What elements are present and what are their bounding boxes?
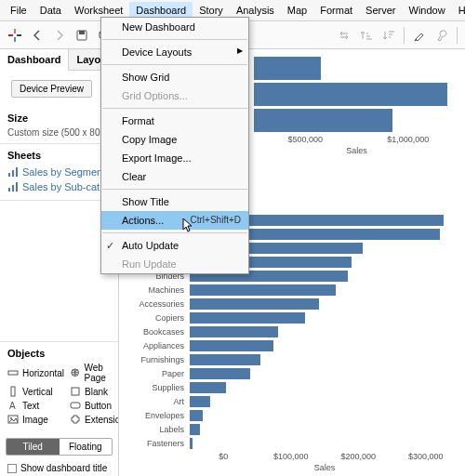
show-title-checkbox-row[interactable]: Show dashboard title (0, 459, 118, 476)
category-label: Paper (119, 369, 190, 378)
object-extension[interactable]: Extension (70, 414, 119, 425)
menu-item-new-dashboard[interactable]: New Dashboard (101, 18, 248, 36)
bar (190, 312, 305, 324)
svg-rect-5 (79, 31, 85, 34)
sort-asc-icon[interactable] (359, 28, 374, 43)
object-image[interactable]: Image (7, 414, 64, 425)
menu-server[interactable]: Server (359, 2, 402, 19)
image-icon (7, 414, 19, 425)
menu-window[interactable]: Window (403, 2, 452, 19)
vertical-icon (7, 386, 19, 397)
bar (190, 396, 210, 407)
category-label: Art (119, 397, 190, 406)
category-label: Bookcases (119, 327, 190, 337)
menu-file[interactable]: File (4, 2, 33, 19)
object-webpage[interactable]: Web Page (70, 363, 119, 383)
size-value[interactable]: Custom size (500 x 800) (7, 127, 111, 138)
tiled-floating-toggle[interactable]: Tiled Floating (6, 438, 113, 456)
sheets-heading: Sheets (7, 150, 111, 161)
object-label: Image (22, 415, 48, 425)
menu-help[interactable]: Help (452, 2, 465, 19)
checkbox-icon[interactable] (7, 464, 17, 473)
bar-row[interactable]: Accessories (119, 297, 459, 311)
object-vertical[interactable]: Vertical (7, 386, 64, 397)
object-button[interactable]: Button (70, 400, 119, 411)
check-icon: ✓ (106, 240, 114, 252)
svg-rect-3 (17, 34, 21, 36)
category-label: Fasteners (119, 439, 190, 448)
object-label: Web Page (85, 363, 120, 383)
category-label: Furnishings (119, 355, 190, 364)
bar (190, 438, 193, 449)
object-label: Blank (85, 387, 108, 397)
sheet-label: Sales by Sub-cat. (22, 181, 102, 192)
sheet-item[interactable]: Sales by Sub-cat. (7, 179, 111, 194)
axis-tick: $300,000 (392, 452, 460, 461)
menu-item-device-layouts[interactable]: Device Layouts▶ (101, 43, 248, 61)
bar-row[interactable]: Fasteners (119, 436, 459, 450)
axis-tick: $500,000 (254, 135, 357, 144)
category-label: Copiers (119, 313, 190, 323)
bar (190, 298, 319, 310)
bar-row[interactable]: Bookcases (119, 324, 459, 338)
menu-format[interactable]: Format (313, 2, 359, 19)
bar (190, 410, 203, 421)
back-icon[interactable] (30, 28, 45, 43)
menu-item-show-grid[interactable]: Show Grid (101, 68, 248, 86)
object-text[interactable]: AText (7, 400, 64, 411)
svg-rect-12 (16, 182, 18, 192)
menu-item-clear[interactable]: Clear (101, 167, 248, 186)
toolbar-separator (457, 27, 458, 44)
svg-rect-13 (8, 371, 18, 375)
bar-row[interactable]: Machines (119, 283, 459, 297)
object-blank[interactable]: Blank (70, 386, 119, 397)
svg-rect-7 (8, 173, 10, 177)
bar-row[interactable]: Labels (119, 422, 459, 436)
bar (254, 109, 392, 132)
show-title-label: Show dashboard title (20, 463, 107, 473)
bar-row[interactable]: Art (119, 394, 459, 408)
svg-rect-16 (72, 388, 79, 395)
sheet-item[interactable]: Sales by Segment (7, 165, 111, 179)
bar-row[interactable]: Furnishings (119, 352, 459, 366)
menu-item-auto-update[interactable]: Auto Update✓ (101, 236, 248, 255)
bar-row[interactable]: Appliances (119, 338, 459, 352)
menu-item-grid-options: Grid Options... (101, 86, 248, 105)
svg-rect-10 (8, 188, 10, 192)
device-preview-button[interactable]: Device Preview (11, 80, 92, 98)
menu-data[interactable]: Data (33, 2, 68, 19)
menu-item-export-image[interactable]: Export Image... (101, 149, 248, 167)
bar (254, 57, 321, 80)
sort-desc-icon[interactable] (381, 28, 396, 43)
menu-item-show-title[interactable]: Show Title (101, 192, 248, 211)
tab-dashboard[interactable]: Dashboard (0, 49, 69, 71)
bar-row[interactable]: Paper (119, 366, 459, 380)
forward-icon[interactable] (52, 28, 67, 43)
menu-separator (102, 64, 247, 65)
category-label: Accessories (119, 299, 190, 309)
pin-icon[interactable] (434, 28, 449, 43)
bar (190, 368, 250, 379)
objects-heading: Objects (7, 348, 111, 359)
menu-item-format[interactable]: Format (101, 112, 248, 130)
menu-map[interactable]: Map (281, 2, 313, 19)
bar-row[interactable]: Copiers (119, 311, 459, 324)
menu-item-actions[interactable]: Actions...Ctrl+Shift+D (101, 211, 248, 230)
bar (190, 326, 278, 337)
tiled-option[interactable]: Tiled (7, 439, 60, 455)
highlight-icon[interactable] (412, 28, 427, 43)
bar (254, 83, 447, 106)
object-label: Horizontal (22, 368, 64, 378)
swap-icon[interactable] (337, 28, 352, 43)
worksheet-icon (7, 181, 19, 192)
floating-option[interactable]: Floating (60, 439, 113, 455)
bar-row[interactable]: Supplies (119, 380, 459, 394)
svg-rect-8 (12, 170, 14, 177)
object-horizontal[interactable]: Horizontal (7, 363, 64, 383)
save-icon[interactable] (74, 28, 89, 43)
bar (190, 284, 336, 296)
menu-item-copy-image[interactable]: Copy Image (101, 130, 248, 149)
svg-rect-0 (14, 29, 16, 33)
svg-rect-1 (14, 37, 16, 42)
bar-row[interactable]: Envelopes (119, 408, 459, 422)
